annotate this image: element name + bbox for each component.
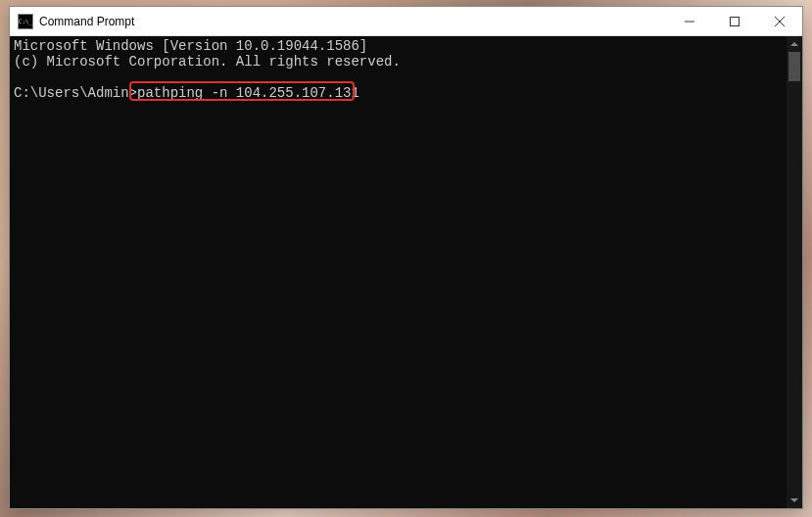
titlebar[interactable]: Command Prompt xyxy=(10,7,802,36)
terminal[interactable]: Microsoft Windows [Version 10.0.19044.15… xyxy=(10,36,787,508)
minimize-button[interactable] xyxy=(667,7,712,35)
scroll-down-icon xyxy=(790,498,798,502)
scroll-down-button[interactable] xyxy=(787,493,802,508)
close-icon xyxy=(775,17,785,26)
cmd-icon xyxy=(18,14,33,29)
scroll-up-button[interactable] xyxy=(787,36,802,52)
vertical-scrollbar[interactable] xyxy=(787,36,802,508)
command-prompt-window: Command Prompt Microsoft Windows [Versio… xyxy=(9,6,803,509)
copyright-line: (c) Microsoft Corporation. All rights re… xyxy=(14,54,401,70)
window-title: Command Prompt xyxy=(39,15,667,28)
window-controls xyxy=(667,7,802,35)
close-button[interactable] xyxy=(757,7,802,35)
prompt: C:\Users\Admin> xyxy=(14,85,137,101)
minimize-icon xyxy=(685,17,694,26)
svg-marker-5 xyxy=(790,498,798,502)
terminal-area: Microsoft Windows [Version 10.0.19044.15… xyxy=(10,36,802,508)
svg-rect-1 xyxy=(731,17,740,25)
scroll-up-icon xyxy=(790,42,798,46)
svg-marker-4 xyxy=(790,42,798,46)
command-input[interactable]: pathping -n 104.255.107.131 xyxy=(137,85,359,101)
version-line: Microsoft Windows [Version 10.0.19044.15… xyxy=(14,38,367,54)
scroll-thumb[interactable] xyxy=(788,52,800,81)
maximize-button[interactable] xyxy=(712,7,757,35)
maximize-icon xyxy=(730,17,740,26)
